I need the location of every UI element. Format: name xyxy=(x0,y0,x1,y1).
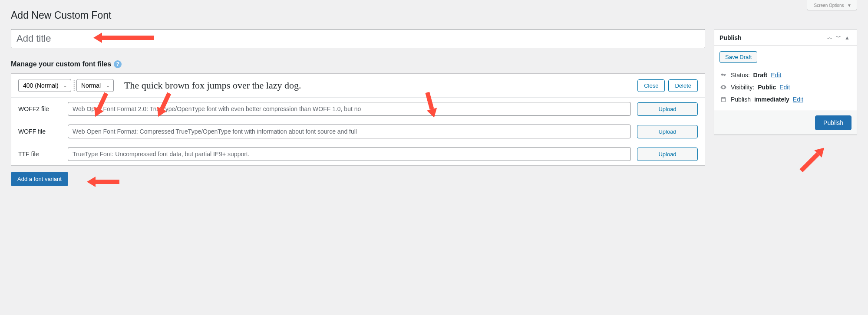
annotation-arrow xyxy=(87,177,119,187)
woff2-upload-button[interactable]: Upload xyxy=(637,102,698,116)
edit-visibility-link[interactable]: Edit xyxy=(779,84,790,91)
manage-fonts-heading: Manage your custom font files xyxy=(11,60,111,68)
eye-icon xyxy=(719,84,727,91)
publish-box-title: Publish xyxy=(719,34,742,41)
title-input[interactable] xyxy=(11,29,705,48)
save-draft-button[interactable]: Save Draft xyxy=(719,51,757,63)
add-font-variant-button[interactable]: Add a font variant xyxy=(11,172,68,186)
font-preview-text: The quick brown fox jumps over the lazy … xyxy=(119,80,632,91)
page-title: Add New Custom Font xyxy=(11,10,857,21)
annotation-arrow xyxy=(797,144,828,174)
move-down-icon[interactable]: ﹀ xyxy=(834,34,843,41)
edit-status-link[interactable]: Edit xyxy=(771,72,781,79)
font-variant-box: 400 (Normal) ⌄ Normal ⌄ The quick brown … xyxy=(11,73,705,166)
woff-label: WOFF file xyxy=(18,128,62,135)
visibility-label: Visibility: xyxy=(731,84,754,91)
visibility-value: Public xyxy=(758,84,776,91)
publish-box: Publish ︿ ﹀ ▲ Save Draft Status: Draft E… xyxy=(714,29,857,135)
screen-options-label: Screen Options xyxy=(814,3,844,8)
ttf-label: TTF file xyxy=(18,151,62,158)
move-up-icon[interactable]: ︿ xyxy=(825,34,834,41)
status-label: Status: xyxy=(731,72,750,79)
ttf-input[interactable] xyxy=(68,147,631,161)
woff-input[interactable] xyxy=(68,125,631,138)
close-button[interactable]: Close xyxy=(637,79,665,92)
status-value: Draft xyxy=(753,72,768,79)
delete-button[interactable]: Delete xyxy=(668,79,698,92)
toggle-panel-icon[interactable]: ▲ xyxy=(843,35,851,41)
calendar-icon xyxy=(719,96,727,102)
ttf-upload-button[interactable]: Upload xyxy=(637,148,698,161)
schedule-value: immediately xyxy=(754,96,789,103)
help-icon[interactable]: ? xyxy=(114,60,122,68)
schedule-label: Publish xyxy=(731,96,751,103)
font-weight-select[interactable]: 400 (Normal) xyxy=(18,79,71,92)
screen-options-toggle[interactable]: Screen Options ▼ xyxy=(807,0,857,10)
woff2-label: WOFF2 file xyxy=(18,105,62,112)
font-style-select[interactable]: Normal xyxy=(76,79,114,92)
woff-upload-button[interactable]: Upload xyxy=(637,125,698,138)
publish-button[interactable]: Publish xyxy=(815,115,851,130)
key-icon xyxy=(719,72,727,78)
edit-schedule-link[interactable]: Edit xyxy=(793,96,803,103)
caret-down-icon: ▼ xyxy=(847,3,851,8)
woff2-input[interactable] xyxy=(68,102,631,116)
